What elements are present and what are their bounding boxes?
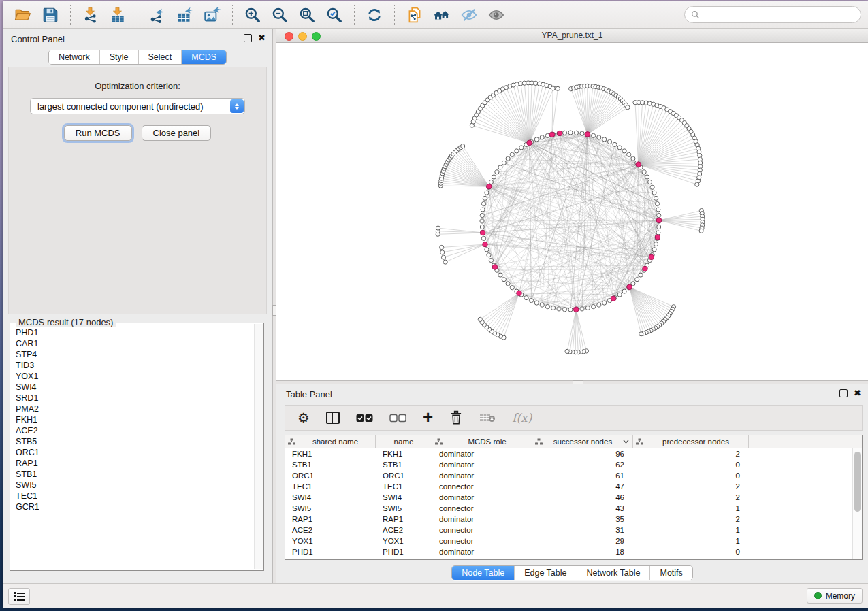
deselect-all-button[interactable] (389, 414, 406, 423)
zoom-selected-button[interactable] (324, 5, 344, 25)
table-row[interactable]: FKH1FKH1dominator962 (285, 448, 862, 459)
table-row[interactable]: ORC1ORC1dominator610 (285, 470, 862, 481)
mcds-node[interactable] (483, 242, 488, 247)
tab-select[interactable]: Select (138, 50, 182, 64)
export-table-button[interactable] (175, 5, 195, 25)
cell-mcds_role[interactable]: dominator (432, 493, 532, 501)
maximize-window-icon[interactable] (312, 32, 321, 41)
cell-name[interactable]: SWI5 (376, 504, 432, 512)
mcds-result-item[interactable]: YOX1 (16, 371, 254, 382)
zoom-in-button[interactable] (242, 5, 263, 25)
search-input[interactable] (703, 7, 861, 22)
cell-predecessor_nodes[interactable]: 0 (633, 461, 749, 469)
network-node[interactable] (480, 213, 484, 217)
network-node[interactable] (617, 146, 622, 150)
minimize-window-icon[interactable] (298, 32, 307, 41)
mcds-result-item[interactable]: SWI5 (16, 480, 254, 491)
mcds-node[interactable] (627, 284, 632, 290)
mcds-result-item[interactable]: CAR1 (16, 338, 254, 349)
show-column-button[interactable] (326, 412, 340, 424)
column-header-mcds_role[interactable]: MCDS role (432, 435, 532, 448)
cell-name[interactable]: FKH1 (376, 450, 432, 458)
network-node[interactable] (485, 191, 489, 195)
network-node[interactable] (480, 225, 484, 229)
table-row[interactable]: RAP1RAP1dominator352 (285, 514, 862, 525)
column-header-predecessor_nodes[interactable]: predecessor nodes (633, 435, 749, 448)
cell-successor_nodes[interactable]: 62 (532, 461, 633, 469)
network-node[interactable] (440, 250, 445, 254)
cell-shared_name[interactable]: RAP1 (285, 515, 376, 523)
network-node[interactable] (639, 273, 643, 277)
cell-shared_name[interactable]: SWI5 (285, 504, 376, 512)
cell-predecessor_nodes[interactable]: 0 (633, 472, 749, 480)
network-node[interactable] (481, 208, 485, 212)
cell-successor_nodes[interactable]: 18 (532, 548, 633, 556)
cell-successor_nodes[interactable]: 35 (532, 515, 633, 523)
memory-button[interactable]: Memory (807, 588, 863, 604)
mcds-result-item[interactable]: RAP1 (16, 458, 254, 469)
mcds-node[interactable] (649, 254, 654, 260)
network-node[interactable] (485, 248, 489, 252)
network-node[interactable] (592, 133, 596, 137)
network-node[interactable] (631, 156, 635, 161)
network-node[interactable] (534, 137, 539, 142)
network-node[interactable] (642, 170, 646, 174)
cell-shared_name[interactable]: PHD1 (285, 548, 376, 556)
network-node[interactable] (627, 152, 631, 156)
network-node[interactable] (585, 306, 590, 310)
mcds-node[interactable] (611, 296, 616, 301)
network-node[interactable] (545, 305, 549, 309)
network-node[interactable] (487, 253, 491, 257)
cell-successor_nodes[interactable]: 46 (532, 493, 633, 501)
cell-shared_name[interactable]: ORC1 (285, 472, 376, 480)
cell-successor_nodes[interactable]: 47 (532, 482, 633, 491)
table-row[interactable]: SWI5SWI5connector431 (285, 503, 862, 514)
network-node[interactable] (613, 142, 617, 146)
cell-mcds_role[interactable]: dominator (432, 450, 532, 458)
run-mcds-button[interactable]: Run MCDS (64, 125, 132, 141)
float-panel-icon[interactable] (839, 389, 848, 397)
cell-name[interactable]: TEC1 (376, 482, 432, 491)
network-node[interactable] (441, 255, 445, 259)
close-panel-icon[interactable]: ✖ (854, 389, 861, 397)
cell-successor_nodes[interactable]: 31 (532, 526, 633, 534)
network-node[interactable] (557, 307, 561, 311)
cell-shared_name[interactable]: SWI4 (285, 493, 376, 501)
table-row[interactable]: TEC1TEC1connector472 (285, 481, 862, 492)
cell-mcds_role[interactable]: connector (432, 537, 532, 545)
cell-shared_name[interactable]: ACE2 (285, 526, 376, 534)
mcds-node[interactable] (527, 140, 532, 146)
network-node[interactable] (481, 202, 485, 206)
mcds-result-item[interactable]: SWI4 (16, 382, 254, 393)
network-node[interactable] (545, 133, 549, 137)
tab-network[interactable]: Network (49, 50, 99, 64)
network-node[interactable] (492, 175, 496, 179)
zoom-fit-button[interactable] (297, 5, 317, 25)
column-header-shared_name[interactable]: shared name (285, 435, 376, 448)
network-node[interactable] (519, 146, 524, 150)
network-node[interactable] (515, 149, 519, 153)
refresh-view-button[interactable] (364, 5, 385, 25)
cell-mcds_role[interactable]: connector (432, 526, 532, 534)
cell-mcds_role[interactable]: dominator (432, 548, 532, 556)
network-node[interactable] (602, 301, 607, 305)
mcds-node[interactable] (492, 265, 498, 270)
column-header-successor_nodes[interactable]: successor nodes (532, 435, 633, 448)
cell-name[interactable]: RAP1 (376, 515, 432, 523)
optimization-criterion-select[interactable]: largest connected component (undirected) (30, 98, 245, 114)
cell-successor_nodes[interactable]: 43 (532, 504, 633, 512)
function-builder-button[interactable]: f(x) (512, 411, 532, 425)
mcds-result-item[interactable]: STP4 (16, 349, 254, 360)
network-node[interactable] (652, 248, 656, 252)
network-canvas[interactable] (276, 43, 868, 380)
cell-shared_name[interactable]: YOX1 (285, 537, 376, 545)
network-node[interactable] (699, 229, 703, 233)
network-node[interactable] (510, 152, 514, 156)
network-node[interactable] (562, 131, 566, 135)
open-folder-button[interactable] (13, 5, 33, 25)
network-node[interactable] (540, 135, 544, 139)
table-row[interactable]: ACE2ACE2connector311 (285, 525, 862, 535)
cell-name[interactable]: STB1 (376, 461, 432, 469)
cell-successor_nodes[interactable]: 96 (532, 450, 633, 458)
close-panel-button[interactable]: Close panel (142, 125, 212, 141)
